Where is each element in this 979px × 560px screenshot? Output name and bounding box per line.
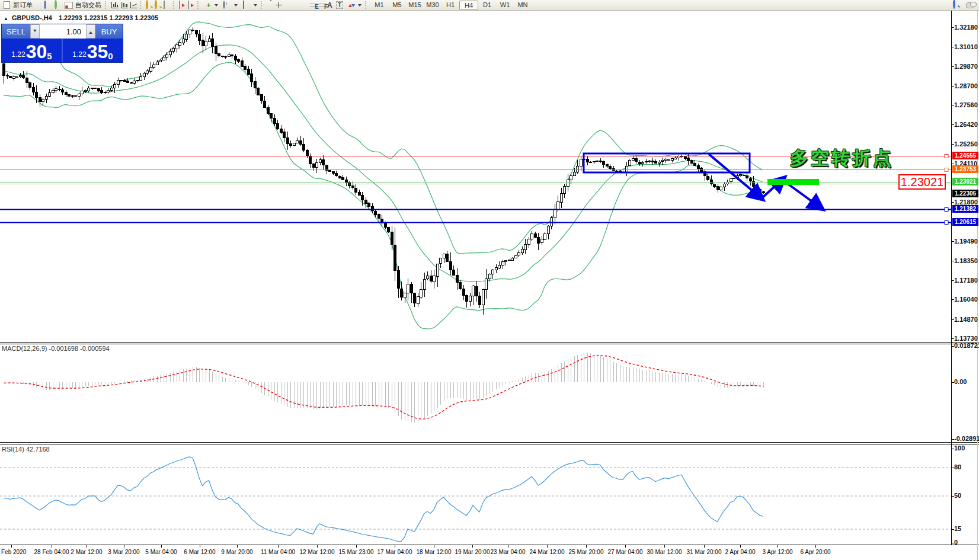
timeframe-m5-button[interactable]: M5 (388, 1, 406, 9)
time-tick-label: 17 Mar 04:00 (377, 549, 412, 555)
support-zone-bar[interactable] (767, 179, 819, 185)
turning-point-annotation: 多空转折点 (790, 146, 894, 171)
sell-button[interactable]: SELL (2, 24, 30, 39)
timeframe-m15-button[interactable]: M15 (406, 1, 424, 9)
crosshair-icon[interactable] (276, 2, 282, 8)
volume-increase-button[interactable] (86, 24, 95, 39)
time-tick-label: 2 Mar 12:00 (71, 549, 102, 555)
trend-arrow[interactable] (709, 154, 760, 197)
autotrading-button[interactable]: 自动交易 (62, 1, 104, 9)
time-tick-label: 5 Mar 04:00 (145, 549, 177, 555)
arrows-button[interactable] (345, 1, 364, 9)
panel-collapse-icon[interactable]: ▲ (4, 16, 8, 21)
time-tick-label: 2 Apr 04:00 (725, 549, 755, 555)
text-icon[interactable]: A (327, 1, 336, 9)
timeframe-m1-button[interactable]: M1 (370, 1, 388, 9)
price-level-label[interactable]: 1.22305 (952, 190, 978, 197)
text-label-icon[interactable]: T (336, 1, 345, 9)
price-callout-box[interactable]: 1.23021 (898, 174, 946, 190)
time-tick-label: 3 Apr 12:00 (762, 549, 792, 555)
bar-chart-icon[interactable] (111, 2, 119, 8)
line-handle[interactable] (945, 155, 948, 158)
price-tick-label: 1.26420 (954, 121, 978, 128)
time-axis[interactable]: 6 Feb 202028 Feb 04:002 Mar 12:003 Mar 2… (0, 548, 951, 558)
auto-scroll-icon[interactable] (179, 1, 180, 9)
price-tick-label: 1.21800 (954, 199, 978, 206)
cursor-icon[interactable] (268, 0, 274, 11)
time-tick-label: 23 Mar 04:00 (491, 549, 526, 555)
chart-canvas[interactable] (0, 0, 979, 560)
timeframe-h1-button[interactable]: H1 (441, 1, 459, 9)
price-tick-label: 1.31010 (954, 43, 978, 50)
panel-separator[interactable] (0, 442, 979, 443)
search-icon[interactable] (953, 0, 955, 9)
new-chart-button[interactable]: + (203, 1, 220, 9)
timeframe-d1-button[interactable]: D1 (478, 1, 496, 9)
tile-windows-icon[interactable] (164, 1, 165, 9)
price-level-label[interactable]: 1.24555 (952, 152, 978, 159)
timeframe-h4-button[interactable]: H4 (459, 1, 478, 10)
time-tick-label: 18 Mar 12:00 (417, 549, 452, 555)
panel-separator[interactable] (0, 342, 979, 343)
fibonacci-icon[interactable]: F (319, 2, 327, 8)
time-tick-label: 6 Feb 2020 (0, 549, 26, 555)
buy-button[interactable]: BUY (95, 24, 123, 39)
trend-arrow[interactable] (763, 180, 782, 197)
zoom-out-icon[interactable] (155, 0, 157, 9)
time-tick-label: 12 Mar 12:00 (300, 549, 335, 555)
buy-price[interactable]: 1.22350 (63, 39, 123, 62)
line-handle[interactable] (945, 208, 948, 212)
chat-icon[interactable] (966, 2, 974, 8)
macd-histogram (4, 353, 764, 423)
new-order-label: 新订单 (13, 1, 33, 9)
candlestick-series (3, 27, 765, 315)
time-tick-label: 3 Mar 20:00 (108, 549, 139, 555)
consolidation-rectangle[interactable] (584, 153, 750, 172)
arrows-icon (348, 2, 355, 8)
sell-price[interactable]: 1.22305 (2, 39, 62, 62)
time-tick-label: 15 Mar 23:00 (339, 549, 374, 555)
time-tick-label: 24 Mar 12:00 (530, 549, 565, 555)
time-tick-label: 9 Mar 20:00 (221, 549, 252, 555)
timeframe-m30-button[interactable]: M30 (424, 1, 441, 9)
new-order-button[interactable]: 新订单 (0, 1, 35, 9)
price-level-label[interactable]: 1.23021 (952, 178, 978, 185)
price-tick-label: 1.14870 (954, 316, 978, 323)
chevron-down-icon (33, 30, 37, 34)
trend-arrow[interactable] (785, 182, 820, 207)
line-handle[interactable] (945, 221, 948, 225)
signals-icon[interactable] (55, 0, 57, 9)
zoom-in-icon[interactable] (146, 0, 148, 9)
panel-separator (0, 444, 979, 444)
chevron-down-icon (254, 4, 257, 8)
line-handle[interactable] (945, 168, 948, 172)
line-chart-icon[interactable] (130, 2, 137, 8)
volume-input[interactable]: 1.00 (40, 24, 86, 39)
rsi-scale-80: 80 (954, 463, 961, 471)
chart-shift-icon[interactable] (188, 1, 189, 9)
drawing-objects[interactable] (584, 153, 820, 207)
panel-separator (0, 344, 979, 344)
periods-button[interactable] (220, 1, 240, 9)
volume-decrease-button[interactable] (30, 24, 40, 39)
toolbar-separator (173, 1, 177, 9)
template-icon (243, 1, 244, 9)
chevron-down-icon (215, 4, 218, 8)
timeframe-w1-button[interactable]: W1 (496, 1, 514, 9)
time-tick-label: 31 Mar 20:00 (687, 549, 722, 555)
toolbar-separator (197, 1, 201, 9)
templates-button[interactable] (240, 1, 260, 9)
rsi-line (4, 457, 763, 542)
profiles-icon[interactable] (44, 1, 46, 9)
price-level-label[interactable]: 1.23753 (952, 165, 978, 173)
rsi-scale-50: 50 (954, 492, 961, 499)
timeframe-mn-button[interactable]: MN (514, 1, 532, 9)
time-tick-label: 19 Mar 20:00 (455, 549, 490, 555)
price-level-label[interactable]: 1.21382 (952, 205, 978, 213)
chevron-up-icon (89, 30, 92, 34)
equidistant-channel-icon[interactable]: E (310, 2, 318, 8)
price-tick-label: 1.28700 (954, 82, 978, 89)
candlestick-chart-icon[interactable] (121, 2, 128, 8)
price-tick-label: 1.19490 (954, 238, 978, 245)
price-level-label[interactable]: 1.20615 (952, 218, 978, 226)
